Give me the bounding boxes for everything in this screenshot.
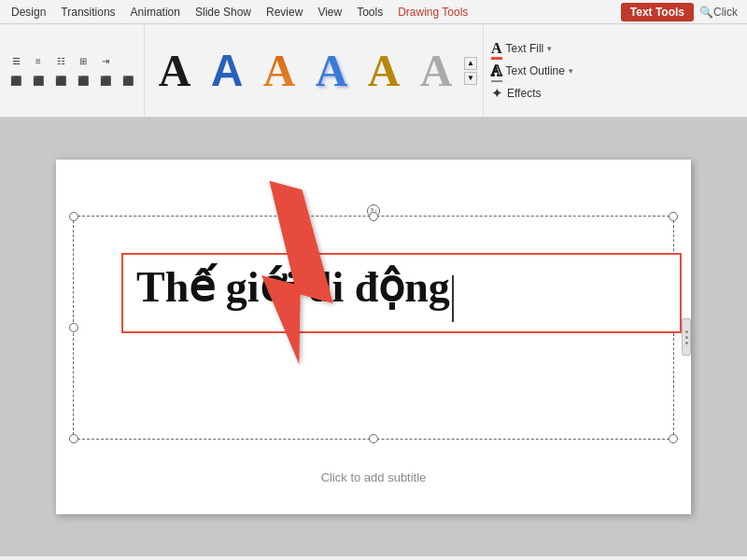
text-fill-label: Text Fill — [506, 42, 544, 55]
font-style-shadow-blue[interactable]: A — [307, 39, 356, 103]
text-effects-icon: ✦ — [491, 85, 503, 102]
side-resize-handle[interactable] — [682, 318, 691, 356]
text-effects-label: Effects — [507, 87, 541, 100]
menu-drawing-tools[interactable]: Drawing Tools — [390, 4, 475, 21]
ribbon-fonts: A A A A A A ▲ ▼ — [145, 24, 484, 117]
side-handle-dot-2 — [685, 336, 688, 339]
text-cols-icon[interactable]: ⬛ — [118, 72, 138, 89]
handle-top-left[interactable] — [69, 212, 78, 221]
menu-review[interactable]: Review — [259, 4, 310, 21]
canvas-area: ↻ Thế giới di động Click to add subtitle — [0, 118, 747, 556]
ribbon-row-1: ☰ ≡ ☷ ⊞ ⇥ — [6, 52, 138, 69]
text-outline-option[interactable]: A Text Outline ▾ — [491, 63, 573, 79]
align-justify-icon[interactable]: ⬛ — [73, 72, 93, 89]
ribbon-row-2: ⬛ ⬛ ⬛ ⬛ ⬛ ⬛ — [6, 72, 138, 89]
text-effects-option[interactable]: ✦ Effects — [491, 85, 573, 102]
menu-transitions[interactable]: Transitions — [53, 4, 122, 21]
handle-bottom-right[interactable] — [669, 434, 678, 443]
align-right-icon[interactable]: ⬛ — [50, 72, 71, 89]
ribbon-scroll: ▲ ▼ — [464, 57, 477, 85]
column-icon[interactable]: ⊞ — [73, 52, 93, 69]
subtitle-placeholder[interactable]: Click to add subtitle — [321, 470, 427, 484]
align-center-icon[interactable]: ⬛ — [28, 72, 49, 89]
rotation-circle-icon[interactable]: ↻ — [367, 204, 380, 217]
handle-top-right[interactable] — [669, 212, 678, 221]
font-style-gray[interactable]: A — [412, 39, 460, 103]
text-outline-chevron[interactable]: ▾ — [569, 66, 573, 76]
text-outline-label: Text Outline — [506, 64, 565, 77]
scroll-down-btn[interactable]: ▼ — [464, 72, 477, 85]
text-dir-icon[interactable]: ⬛ — [95, 72, 116, 89]
slide[interactable]: ↻ Thế giới di động Click to add subtitle — [56, 160, 691, 514]
ribbon: ☰ ≡ ☷ ⊞ ⇥ ⬛ ⬛ ⬛ ⬛ ⬛ ⬛ A A A A A A ▲ ▼ A — [0, 24, 747, 118]
scroll-up-btn[interactable]: ▲ — [464, 57, 477, 70]
search-area[interactable]: 🔍 Click — [694, 6, 743, 19]
indent-icon[interactable]: ⇥ — [95, 52, 116, 69]
handle-bottom-center[interactable] — [369, 434, 378, 443]
list-icon-3[interactable]: ☷ — [50, 52, 71, 69]
font-style-serif[interactable]: A — [150, 39, 199, 103]
click-label[interactable]: Click — [713, 6, 738, 19]
list-icon-2[interactable]: ≡ — [28, 52, 49, 69]
menu-slideshow[interactable]: Slide Show — [188, 4, 259, 21]
text-fill-a-icon: A — [491, 40, 502, 56]
menu-design[interactable]: Design — [4, 4, 53, 21]
ribbon-text-options: A Text Fill ▾ A Text Outline ▾ ✦ Effects — [484, 24, 581, 117]
title-text: Thế giới di động — [136, 263, 450, 311]
align-left-icon[interactable]: ⬛ — [6, 72, 26, 89]
side-handle-dot-3 — [685, 342, 688, 344]
menu-view[interactable]: View — [310, 4, 349, 21]
title-textbox[interactable]: Thế giới di động — [121, 253, 682, 333]
search-icon: 🔍 — [699, 6, 713, 19]
text-outline-a-icon: A — [491, 63, 502, 78]
font-style-gradient-orange[interactable]: A — [255, 39, 303, 103]
font-style-bold-blue[interactable]: A — [203, 39, 251, 103]
text-fill-option[interactable]: A Text Fill ▾ — [491, 40, 573, 57]
menu-tools[interactable]: Tools — [349, 4, 390, 21]
list-icon-1[interactable]: ☰ — [6, 52, 26, 69]
menu-bar: Design Transitions Animation Slide Show … — [0, 0, 747, 24]
ribbon-alignment: ☰ ≡ ☷ ⊞ ⇥ ⬛ ⬛ ⬛ ⬛ ⬛ ⬛ — [0, 24, 145, 117]
text-cursor — [452, 275, 454, 322]
text-tools-button[interactable]: Text Tools — [621, 3, 694, 21]
side-handle-dot-1 — [685, 330, 688, 333]
menu-animation[interactable]: Animation — [123, 4, 188, 21]
handle-middle-left[interactable] — [69, 323, 78, 332]
handle-bottom-left[interactable] — [69, 434, 78, 443]
text-fill-chevron[interactable]: ▾ — [547, 44, 552, 53]
font-style-gold[interactable]: A — [359, 39, 408, 103]
rotation-handle[interactable]: ↻ — [367, 204, 380, 217]
